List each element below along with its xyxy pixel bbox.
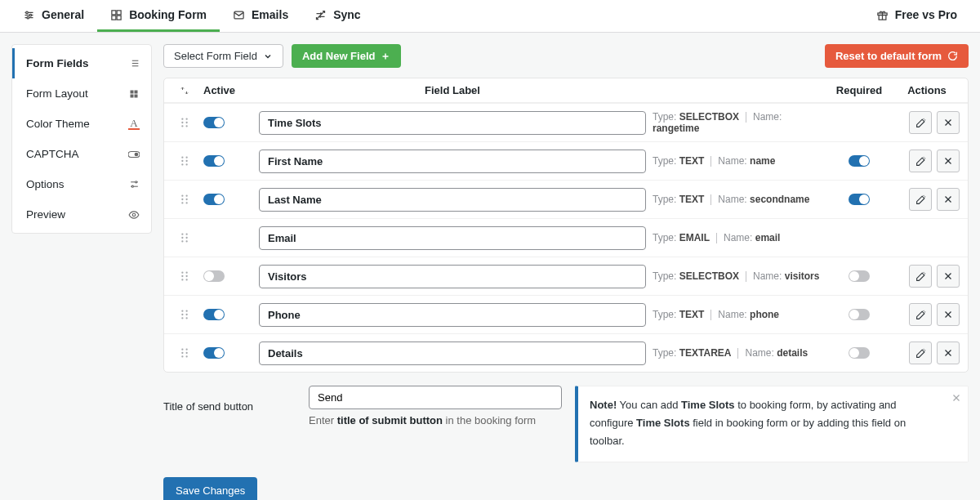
tab-label: Free vs Pro xyxy=(895,8,957,21)
svg-point-32 xyxy=(135,181,136,183)
reset-default-button[interactable]: Reset to default form xyxy=(825,44,969,68)
active-column-header: Active xyxy=(203,84,252,96)
drag-handle-icon[interactable] xyxy=(172,347,197,359)
field-label-input[interactable] xyxy=(259,342,646,365)
field-label-input[interactable] xyxy=(259,303,646,327)
send-title-label: Title of send button xyxy=(163,400,294,413)
active-toggle[interactable] xyxy=(203,155,225,167)
tab-booking-form[interactable]: Booking Form xyxy=(97,0,220,32)
svg-point-66 xyxy=(185,240,187,242)
svg-point-48 xyxy=(185,160,187,162)
eye-icon xyxy=(128,209,140,221)
active-toggle[interactable] xyxy=(203,194,225,205)
send-title-input[interactable] xyxy=(309,386,562,409)
delete-field-button[interactable] xyxy=(937,342,960,364)
delete-field-button[interactable] xyxy=(937,111,960,134)
wand-icon xyxy=(915,348,926,359)
grid-icon xyxy=(128,88,140,100)
sync-icon xyxy=(314,9,327,21)
field-meta: Type: TEXTName: phone xyxy=(653,309,824,320)
svg-point-64 xyxy=(185,237,187,239)
tab-label: Sync xyxy=(333,8,360,21)
refresh-icon xyxy=(947,51,958,61)
svg-point-34 xyxy=(132,213,136,217)
wand-icon xyxy=(915,310,926,320)
svg-point-71 xyxy=(181,279,183,280)
timeslots-note: Note! You can add Time Slots to booking … xyxy=(575,386,969,462)
delete-field-button[interactable] xyxy=(937,303,960,326)
drag-handle-icon[interactable] xyxy=(172,309,197,320)
wand-icon xyxy=(915,118,926,128)
fields-table: Active Field Label Required Actions Type… xyxy=(163,78,969,373)
required-toggle[interactable] xyxy=(849,194,870,205)
active-toggle[interactable] xyxy=(203,309,225,320)
required-toggle[interactable] xyxy=(849,270,870,282)
svg-point-58 xyxy=(185,202,187,203)
required-toggle[interactable] xyxy=(849,309,870,320)
wand-icon xyxy=(915,271,926,282)
delete-field-button[interactable] xyxy=(937,188,960,211)
edit-field-button[interactable] xyxy=(909,150,932,172)
tab-emails[interactable]: Emails xyxy=(220,0,301,32)
edit-field-button[interactable] xyxy=(909,303,932,326)
close-icon[interactable] xyxy=(951,393,961,403)
svg-point-65 xyxy=(181,240,183,242)
wand-icon xyxy=(915,194,926,205)
text-icon: A xyxy=(128,118,140,130)
svg-point-45 xyxy=(181,156,183,158)
edit-field-button[interactable] xyxy=(909,188,932,211)
save-changes-button[interactable]: Save Changes xyxy=(163,477,257,500)
field-label-input[interactable] xyxy=(259,226,646,250)
svg-point-63 xyxy=(181,237,183,239)
tab-general[interactable]: General xyxy=(10,0,97,32)
tab-free-vs-pro[interactable]: Free vs Pro xyxy=(863,0,970,32)
svg-point-87 xyxy=(181,355,183,357)
edit-field-button[interactable] xyxy=(909,111,932,134)
delete-field-button[interactable] xyxy=(937,265,960,288)
svg-point-4 xyxy=(29,14,32,16)
delete-field-button[interactable] xyxy=(937,150,960,172)
select-form-field-dropdown[interactable]: Select Form Field xyxy=(163,44,283,68)
svg-point-42 xyxy=(185,125,187,127)
drag-handle-icon[interactable] xyxy=(172,270,197,282)
sidebar-item-form-fields[interactable]: Form Fields xyxy=(12,48,151,78)
drag-handle-icon[interactable] xyxy=(172,155,197,167)
svg-point-67 xyxy=(181,271,183,273)
field-label-input[interactable] xyxy=(259,188,646,212)
table-row: Type: EMAILName: email xyxy=(164,218,968,257)
sidebar-item-captcha[interactable]: CAPTCHA xyxy=(12,139,151,169)
edit-field-button[interactable] xyxy=(909,265,932,288)
tab-label: Emails xyxy=(252,8,288,21)
drag-handle-icon[interactable] xyxy=(172,117,197,128)
active-toggle[interactable] xyxy=(203,270,225,282)
svg-rect-6 xyxy=(112,10,116,14)
edit-field-button[interactable] xyxy=(909,342,932,364)
drag-handle-icon[interactable] xyxy=(172,232,197,243)
field-label-input[interactable] xyxy=(259,111,646,135)
field-label-input[interactable] xyxy=(259,150,646,173)
active-toggle[interactable] xyxy=(203,347,225,359)
button-label: Add New Field xyxy=(302,50,376,62)
form-icon xyxy=(110,9,122,21)
required-toggle[interactable] xyxy=(849,155,870,167)
sidebar-item-preview[interactable]: Preview xyxy=(12,199,151,230)
sidebar-item-color-theme[interactable]: Color Theme A xyxy=(12,109,151,139)
required-toggle[interactable] xyxy=(849,347,870,359)
sort-column-header[interactable] xyxy=(172,86,197,96)
drag-handle-icon[interactable] xyxy=(172,194,197,205)
svg-point-41 xyxy=(181,125,183,127)
sidebar-item-options[interactable]: Options xyxy=(12,169,151,199)
close-icon xyxy=(943,194,953,204)
active-toggle[interactable] xyxy=(203,117,225,128)
sidebar-item-form-layout[interactable]: Form Layout xyxy=(12,78,151,109)
svg-point-46 xyxy=(185,156,187,158)
sidebar-item-label: Preview xyxy=(26,208,65,221)
tab-label: General xyxy=(42,8,84,21)
add-new-field-button[interactable]: Add New Field xyxy=(292,44,402,68)
svg-point-84 xyxy=(185,348,187,350)
field-label-input[interactable] xyxy=(259,265,646,288)
sliders-icon xyxy=(23,9,35,21)
svg-point-57 xyxy=(181,202,183,203)
tab-sync[interactable]: Sync xyxy=(301,0,373,32)
svg-point-80 xyxy=(185,317,187,319)
